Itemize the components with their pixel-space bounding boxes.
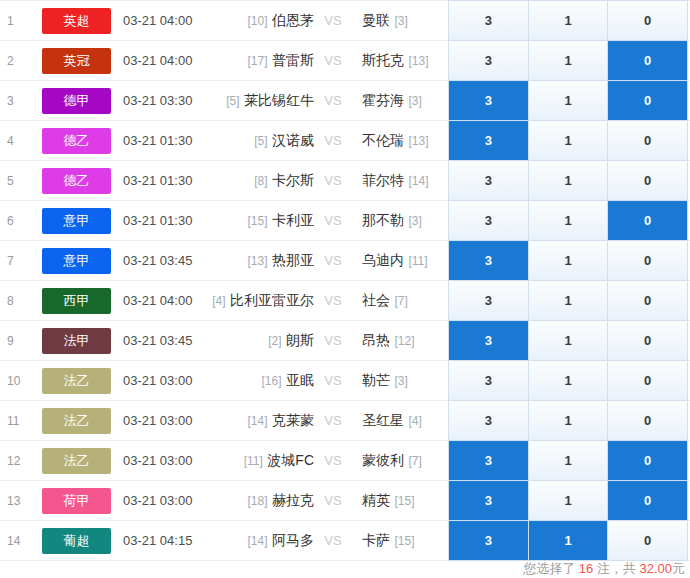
match-row: 11 法乙 03-21 03:00 [14] 克莱蒙 VS 圣红星 [4] 3 … [0,401,690,441]
vs-label: VS [318,373,348,388]
bet-cell-draw[interactable]: 1 [528,480,609,521]
bet-cells: 3 1 0 [449,240,688,281]
away-rank: [7] [408,454,421,468]
vs-label: VS [318,93,348,108]
away-rank: [13] [408,54,428,68]
bet-cell-lose[interactable]: 0 [607,280,688,321]
bet-cells: 3 1 0 [449,160,688,201]
home-name: 伯恩茅 [272,12,314,28]
match-time: 03-21 03:00 [123,493,199,508]
bet-cell-lose[interactable]: 0 [607,320,688,361]
match-time: 03-21 04:15 [123,533,199,548]
home-team: [2] 朗斯 [199,331,314,350]
bet-cell-draw[interactable]: 1 [528,440,609,481]
total-amount: 32.00 [639,561,672,576]
home-team: [14] 阿马多 [199,531,314,550]
bet-cell-lose[interactable]: 0 [607,480,688,521]
bet-cells: 3 1 0 [449,360,688,401]
bet-cell-draw[interactable]: 1 [528,400,609,441]
vs-label: VS [318,533,348,548]
home-team: [5] 莱比锡红牛 [199,91,314,110]
away-name: 不伦瑞 [362,132,404,148]
bet-cell-win[interactable]: 3 [448,120,529,161]
bet-cells: 3 1 0 [449,400,688,441]
bet-cell-draw[interactable]: 1 [528,200,609,241]
bet-cell-win[interactable]: 3 [448,0,529,41]
bet-cell-draw[interactable]: 1 [528,160,609,201]
match-row: 1 英超 03-21 04:00 [10] 伯恩茅 VS 曼联 [3] 3 1 … [0,1,690,41]
bet-cell-win[interactable]: 3 [448,200,529,241]
bet-cell-win[interactable]: 3 [448,360,529,401]
match-index: 9 [0,334,42,348]
bet-cell-win[interactable]: 3 [448,480,529,521]
bet-cell-lose[interactable]: 0 [607,240,688,281]
home-rank: [5] [254,134,267,148]
bet-cell-draw[interactable]: 1 [528,360,609,401]
bet-cell-draw[interactable]: 1 [528,240,609,281]
match-row: 10 法乙 03-21 03:00 [16] 亚眠 VS 勒芒 [3] 3 1 … [0,361,690,401]
league-badge: 法乙 [42,408,111,434]
home-team: [8] 卡尔斯 [199,171,314,190]
away-rank: [3] [408,94,421,108]
bet-cell-win[interactable]: 3 [448,280,529,321]
bet-cell-win[interactable]: 3 [448,320,529,361]
away-rank: [4] [408,414,421,428]
bet-cell-win[interactable]: 3 [448,160,529,201]
match-index: 12 [0,454,42,468]
bet-cell-lose[interactable]: 0 [607,40,688,81]
bet-cell-win[interactable]: 3 [448,400,529,441]
bet-cell-win[interactable]: 3 [448,80,529,121]
home-rank: [15] [248,214,268,228]
bet-cell-draw[interactable]: 1 [528,320,609,361]
bet-cell-win[interactable]: 3 [448,240,529,281]
vs-label: VS [318,13,348,28]
bet-cell-lose[interactable]: 0 [607,400,688,441]
vs-label: VS [318,173,348,188]
league-badge: 意甲 [42,208,111,234]
bet-cell-lose[interactable]: 0 [607,200,688,241]
match-table: 1 英超 03-21 04:00 [10] 伯恩茅 VS 曼联 [3] 3 1 … [0,0,690,561]
bet-cell-win[interactable]: 3 [448,40,529,81]
match-index: 1 [0,14,42,28]
bet-cell-lose[interactable]: 0 [607,160,688,201]
bet-cell-lose[interactable]: 0 [607,520,688,561]
bet-cell-lose[interactable]: 0 [607,120,688,161]
home-name: 比利亚雷亚尔 [230,292,314,308]
bet-cell-draw[interactable]: 1 [528,80,609,121]
home-name: 汉诺威 [272,132,314,148]
vs-label: VS [318,213,348,228]
match-row: 13 荷甲 03-21 03:00 [18] 赫拉克 VS 精英 [15] 3 … [0,481,690,521]
match-row: 2 英冠 03-21 04:00 [17] 普雷斯 VS 斯托克 [13] 3 … [0,41,690,81]
bet-cells: 3 1 0 [449,520,688,561]
bet-cell-draw[interactable]: 1 [528,120,609,161]
home-rank: [18] [248,494,268,508]
vs-label: VS [318,53,348,68]
betting-list-page: 1 英超 03-21 04:00 [10] 伯恩茅 VS 曼联 [3] 3 1 … [0,0,690,578]
bet-cell-draw[interactable]: 1 [528,0,609,41]
bet-cell-lose[interactable]: 0 [607,0,688,41]
bet-cell-win[interactable]: 3 [448,440,529,481]
bet-cell-lose[interactable]: 0 [607,440,688,481]
away-name: 昂热 [362,332,390,348]
league-badge: 德甲 [42,88,111,114]
bet-cell-win[interactable]: 3 [448,520,529,561]
home-rank: [2] [268,334,281,348]
away-rank: [3] [394,374,407,388]
match-row: 8 西甲 03-21 04:00 [4] 比利亚雷亚尔 VS 社会 [7] 3 … [0,281,690,321]
bet-cell-lose[interactable]: 0 [607,80,688,121]
match-index: 10 [0,374,42,388]
bet-cell-draw[interactable]: 1 [528,520,609,561]
summary-middle: 注，共 [593,561,639,576]
league-badge: 葡超 [42,528,111,554]
bet-cell-draw[interactable]: 1 [528,280,609,321]
bet-cell-lose[interactable]: 0 [607,360,688,401]
home-team: [18] 赫拉克 [199,491,314,510]
match-time: 03-21 04:00 [123,53,199,68]
match-time: 03-21 03:30 [123,93,199,108]
home-rank: [4] [212,294,225,308]
bet-cell-draw[interactable]: 1 [528,40,609,81]
away-name: 那不勒 [362,212,404,228]
away-name: 斯托克 [362,52,404,68]
match-time: 03-21 01:30 [123,173,199,188]
match-index: 14 [0,534,42,548]
